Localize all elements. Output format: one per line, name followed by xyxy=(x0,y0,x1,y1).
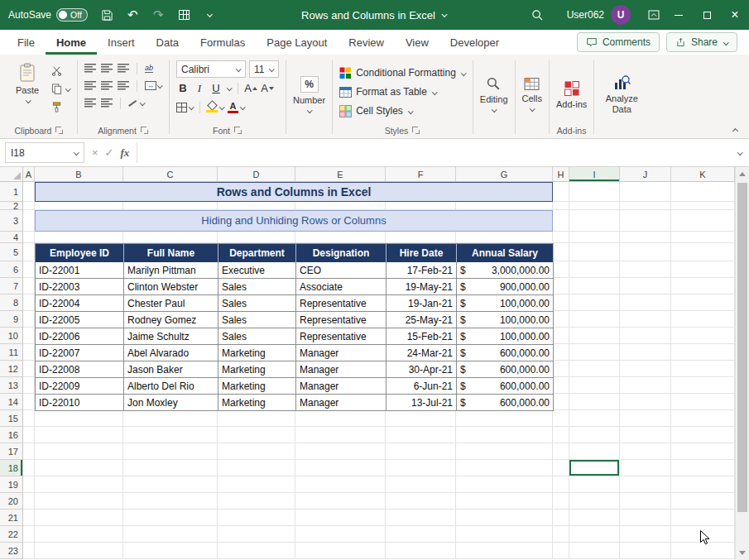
cell-J20[interactable] xyxy=(620,493,671,510)
cell-designation[interactable]: Manager xyxy=(296,345,387,361)
cell-A1[interactable] xyxy=(23,182,35,202)
cell-H17[interactable] xyxy=(553,443,569,460)
cell-designation[interactable]: Representative xyxy=(296,328,387,345)
cell-K23[interactable] xyxy=(671,543,735,559)
cell-K7[interactable] xyxy=(671,278,735,294)
cell-B20[interactable] xyxy=(35,493,123,510)
cell-G15[interactable] xyxy=(456,410,553,427)
cell-K8[interactable] xyxy=(671,294,735,311)
cell-department[interactable]: Marketing xyxy=(218,378,296,395)
cell-A9[interactable] xyxy=(23,311,35,328)
cell-J22[interactable] xyxy=(620,526,671,543)
row-header-9[interactable]: 9 xyxy=(0,311,23,328)
cell-designation[interactable]: Manager xyxy=(296,395,387,411)
cell-annual-salary[interactable]: $ 600,000.00 xyxy=(457,345,554,361)
tab-home[interactable]: Home xyxy=(46,30,97,55)
row-header-21[interactable]: 21 xyxy=(0,510,23,526)
wrap-text-button[interactable]: ab xyxy=(145,64,153,73)
user-name[interactable]: User062 xyxy=(567,9,604,21)
cell-designation[interactable]: CEO xyxy=(296,262,387,279)
vertical-scrollbar[interactable] xyxy=(735,167,749,560)
cell-H20[interactable] xyxy=(553,493,569,510)
cell-K12[interactable] xyxy=(671,361,735,377)
cell-I14[interactable] xyxy=(569,394,620,410)
cell-D23[interactable] xyxy=(218,543,295,559)
cell-H5[interactable] xyxy=(553,243,569,261)
ribbon-display-options-button[interactable] xyxy=(642,0,665,30)
cell-department[interactable]: Sales xyxy=(218,295,296,312)
scrollbar-track[interactable] xyxy=(736,181,749,546)
cell-H21[interactable] xyxy=(553,510,569,526)
cell-full-name[interactable]: Abel Alvarado xyxy=(124,345,218,361)
cell-annual-salary[interactable]: $ 100,000.00 xyxy=(457,295,554,312)
cell-K3[interactable] xyxy=(671,210,735,232)
cell-K10[interactable] xyxy=(671,328,735,344)
cell-J7[interactable] xyxy=(620,278,671,294)
cell-A16[interactable] xyxy=(23,427,35,443)
cell-department[interactable]: Marketing xyxy=(218,361,296,378)
cell-I20[interactable] xyxy=(569,493,620,510)
cell-F16[interactable] xyxy=(386,427,456,443)
cell-A11[interactable] xyxy=(23,344,35,361)
row-header-8[interactable]: 8 xyxy=(0,294,23,311)
cell-K19[interactable] xyxy=(671,476,735,493)
align-left-button[interactable] xyxy=(84,81,96,90)
row-header-14[interactable]: 14 xyxy=(0,394,23,410)
cell-B21[interactable] xyxy=(35,510,123,526)
styles-dialog-launcher[interactable] xyxy=(412,127,420,135)
cell-D15[interactable] xyxy=(218,410,295,427)
row-header-3[interactable]: 3 xyxy=(0,210,23,232)
align-bottom-button[interactable] xyxy=(118,64,129,73)
italic-button[interactable]: I xyxy=(193,80,206,97)
cell-J18[interactable] xyxy=(620,460,671,476)
column-header-F[interactable]: F xyxy=(386,167,456,182)
name-box[interactable]: I18 xyxy=(5,142,84,163)
cell-F21[interactable] xyxy=(386,510,456,526)
cell-I1[interactable] xyxy=(569,182,620,202)
cell-K15[interactable] xyxy=(671,410,735,427)
row-header-16[interactable]: 16 xyxy=(0,427,23,443)
cell-A14[interactable] xyxy=(23,394,35,410)
cell-H13[interactable] xyxy=(553,377,569,394)
editing-button[interactable]: Editing xyxy=(480,71,508,112)
cell-G18[interactable] xyxy=(456,460,553,476)
cancel-button[interactable]: × xyxy=(92,146,98,159)
column-header-K[interactable]: K xyxy=(671,167,735,182)
row-header-15[interactable]: 15 xyxy=(0,410,23,427)
cell-A13[interactable] xyxy=(23,377,35,394)
cell-D19[interactable] xyxy=(218,476,295,493)
cell-J15[interactable] xyxy=(620,410,671,427)
borders-button[interactable] xyxy=(176,99,194,116)
cell-employee-id[interactable]: ID-22003 xyxy=(36,279,124,295)
cell-I11[interactable] xyxy=(569,344,620,361)
cell-A5[interactable] xyxy=(23,243,35,261)
cell-I9[interactable] xyxy=(569,311,620,328)
cell-K2[interactable] xyxy=(671,202,735,210)
cell-department[interactable]: Sales xyxy=(218,279,296,295)
paste-button[interactable]: Paste xyxy=(8,60,46,124)
cell-hire-date[interactable]: 19-May-21 xyxy=(387,279,457,295)
cell-designation[interactable]: Representative xyxy=(296,312,387,328)
cell-annual-salary[interactable]: $ 3,000,000.00 xyxy=(457,262,554,279)
cell-C17[interactable] xyxy=(123,443,218,460)
cell-I16[interactable] xyxy=(569,427,620,443)
cell-K16[interactable] xyxy=(671,427,735,443)
addins-button[interactable]: Add-ins xyxy=(556,75,587,109)
cell-J14[interactable] xyxy=(620,394,671,410)
column-header-G[interactable]: G xyxy=(456,167,553,182)
row-header-2[interactable]: 2 xyxy=(0,202,23,210)
cell-I10[interactable] xyxy=(569,328,620,344)
cell-E15[interactable] xyxy=(295,410,386,427)
cell-I6[interactable] xyxy=(569,261,620,278)
cell-K14[interactable] xyxy=(671,394,735,410)
search-button[interactable] xyxy=(526,0,549,30)
alignment-dialog-launcher[interactable] xyxy=(141,127,149,135)
cell-employee-id[interactable]: ID-22006 xyxy=(36,328,124,345)
cell-employee-id[interactable]: ID-22007 xyxy=(36,345,124,361)
cell-hire-date[interactable]: 6-Jun-21 xyxy=(387,378,457,395)
row-header-10[interactable]: 10 xyxy=(0,328,23,344)
cell-J16[interactable] xyxy=(620,427,671,443)
cell-J11[interactable] xyxy=(620,344,671,361)
cell-employee-id[interactable]: ID-22010 xyxy=(36,395,124,411)
cell-H14[interactable] xyxy=(553,394,569,410)
